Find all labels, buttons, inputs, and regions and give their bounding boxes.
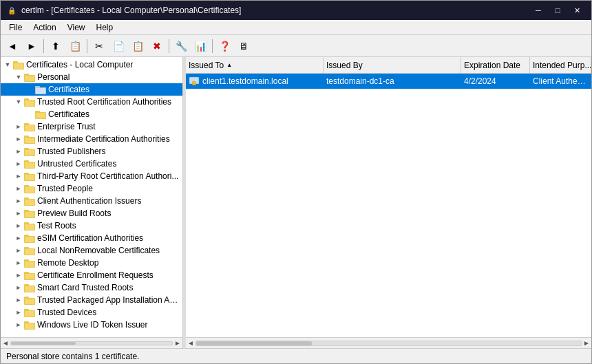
trusted-devices-expand[interactable]: ► [13, 309, 24, 316]
windows-live-label: Windows Live ID Token Issuer [37, 320, 148, 330]
scroll-right-arrow[interactable]: ► [174, 339, 181, 347]
tree-node-trusted-people[interactable]: ► Trusted People [1, 182, 182, 195]
delete-button[interactable]: ✖ [148, 38, 166, 54]
trusted-packaged-expand[interactable]: ► [13, 297, 24, 303]
smart-card-folder-icon [24, 283, 35, 292]
tree-node-certificates[interactable]: Certificates [1, 83, 182, 96]
tree-node-remote-desktop[interactable]: ► Remote Desktop [1, 257, 182, 269]
cut-button[interactable]: ✂ [90, 38, 108, 54]
tree-node-test-roots[interactable]: ► Test Roots [1, 220, 182, 232]
computer-button[interactable]: 🖥 [235, 38, 253, 54]
tree-node-trusted-root[interactable]: ▼ Trusted Root Certification Authorities [1, 96, 182, 108]
tree-node-esim[interactable]: ► eSIM Certification Authorities [1, 232, 182, 244]
root-label: Certificates - Local Computer [26, 60, 133, 69]
info-button[interactable]: ❓ [215, 38, 233, 54]
tree-scroll-bottom: ◄ ► [1, 337, 182, 348]
export-button[interactable]: 📊 [191, 38, 209, 54]
preview-build-label: Preview Build Roots [37, 208, 111, 218]
tree-node-personal[interactable]: ▼ Personal [1, 71, 182, 83]
tree-node-tr-certs[interactable]: Certificates [1, 108, 182, 120]
menu-view[interactable]: View [62, 21, 91, 34]
tree-node-windows-live[interactable]: ► Windows Live ID Token Issuer [1, 319, 182, 331]
client-auth-label: Client Authentication Issuers [37, 196, 141, 206]
tree-node-intermediate-ca[interactable]: ► Intermediate Certification Authorities [1, 133, 182, 145]
cert-enrollment-folder-icon [24, 270, 35, 280]
third-party-expand[interactable]: ► [13, 173, 24, 180]
col-header-issued-to[interactable]: Issued To ▲ [186, 57, 324, 73]
window-controls: ─ □ ✕ [529, 3, 586, 17]
svg-rect-11 [25, 100, 34, 106]
export-icon: 📊 [195, 41, 207, 52]
cert-enrollment-expand[interactable]: ► [13, 272, 24, 279]
certs-folder-icon [35, 85, 46, 94]
menu-file[interactable]: File [3, 21, 28, 34]
issued-by-header-label: Issued By [326, 61, 363, 70]
app-icon: 🔒 [6, 5, 17, 16]
tree-node-trusted-devices[interactable]: ► Trusted Devices [1, 306, 182, 319]
svg-point-67 [192, 81, 196, 85]
h-scroll-track[interactable] [195, 341, 582, 346]
tree-node-trusted-publishers[interactable]: ► Trusted Publishers [1, 145, 182, 158]
col-header-issued-by[interactable]: Issued By [324, 57, 461, 73]
toolbar: ◄ ► ⬆ 📋 ✂ 📄 📋 ✖ 🔧 📊 [1, 35, 591, 57]
test-roots-expand[interactable]: ► [13, 222, 24, 229]
enterprise-expand[interactable]: ► [13, 123, 24, 130]
col-header-purpose[interactable]: Intended Purp... [530, 57, 591, 73]
smart-card-expand[interactable]: ► [13, 284, 24, 291]
list-row[interactable]: client1.testdomain.local testdomain-dc1-… [186, 74, 591, 89]
properties-button[interactable]: 🔧 [172, 38, 190, 54]
h-scroll-left[interactable]: ◄ [187, 339, 194, 347]
forward-button[interactable]: ► [23, 38, 41, 54]
menu-help[interactable]: Help [91, 21, 119, 34]
show-hide-button[interactable]: 📋 [66, 38, 84, 54]
cell-purpose: Client Authent... [530, 76, 591, 86]
tr-certs-expand [24, 111, 35, 118]
root-expand-icon[interactable]: ▼ [2, 61, 13, 68]
tree-node-root[interactable]: ▼ Certificates - Local Computer [1, 58, 182, 71]
properties-icon: 🔧 [176, 41, 187, 52]
svg-rect-29 [25, 175, 34, 180]
h-scroll-right[interactable]: ► [583, 339, 590, 347]
client-auth-expand[interactable]: ► [13, 197, 24, 204]
preview-build-folder-icon [24, 208, 35, 218]
tree-node-enterprise[interactable]: ► Enterprise Trust [1, 120, 182, 133]
esim-expand[interactable]: ► [13, 235, 24, 242]
col-header-expiry[interactable]: Expiration Date [461, 57, 530, 73]
paste-button[interactable]: 📋 [129, 38, 147, 54]
personal-expand-icon[interactable]: ▼ [13, 74, 24, 81]
tree-node-local-nonremovable[interactable]: ► Local NonRemovable Certificates [1, 244, 182, 257]
delete-icon: ✖ [153, 41, 161, 52]
remote-desktop-expand[interactable]: ► [13, 259, 24, 266]
tree-node-client-auth[interactable]: ► Client Authentication Issuers [1, 195, 182, 207]
up-button[interactable]: ⬆ [47, 38, 65, 54]
windows-live-expand[interactable]: ► [13, 321, 24, 328]
back-button[interactable]: ◄ [3, 38, 21, 54]
svg-rect-8 [36, 88, 45, 94]
untrusted-expand[interactable]: ► [13, 160, 24, 167]
close-button[interactable]: ✕ [568, 3, 586, 17]
tree-node-trusted-packaged[interactable]: ► Trusted Packaged App Installation Au..… [1, 294, 182, 306]
menu-action[interactable]: Action [28, 21, 61, 34]
trusted-publishers-expand[interactable]: ► [13, 148, 24, 155]
tree-node-untrusted[interactable]: ► Untrusted Certificates [1, 158, 182, 170]
local-nonremovable-expand[interactable]: ► [13, 247, 24, 254]
tree-node-smart-card[interactable]: ► Smart Card Trusted Roots [1, 281, 182, 294]
cell-expiry: 4/2/2024 [461, 76, 530, 86]
tree-root: ▼ Certificates - Local Computer ▼ [1, 57, 182, 337]
scroll-left-arrow[interactable]: ◄ [2, 339, 9, 347]
svg-rect-44 [25, 237, 34, 242]
trusted-people-expand[interactable]: ► [13, 185, 24, 192]
preview-build-expand[interactable]: ► [13, 210, 24, 217]
tree-node-preview-build[interactable]: ► Preview Build Roots [1, 207, 182, 220]
intermediate-expand[interactable]: ► [13, 136, 24, 142]
tree-node-third-party[interactable]: ► Third-Party Root Certification Authori… [1, 170, 182, 182]
test-roots-folder-icon [24, 221, 35, 231]
tree-node-cert-enrollment[interactable]: ► Certificate Enrollment Requests [1, 269, 182, 281]
svg-rect-53 [25, 274, 34, 279]
toolbar-sep-2 [87, 39, 87, 53]
copy-button[interactable]: 📄 [109, 38, 127, 54]
svg-rect-32 [25, 187, 34, 193]
maximize-button[interactable]: □ [549, 3, 567, 17]
trusted-root-expand-icon[interactable]: ▼ [13, 98, 24, 105]
minimize-button[interactable]: ─ [529, 3, 547, 17]
